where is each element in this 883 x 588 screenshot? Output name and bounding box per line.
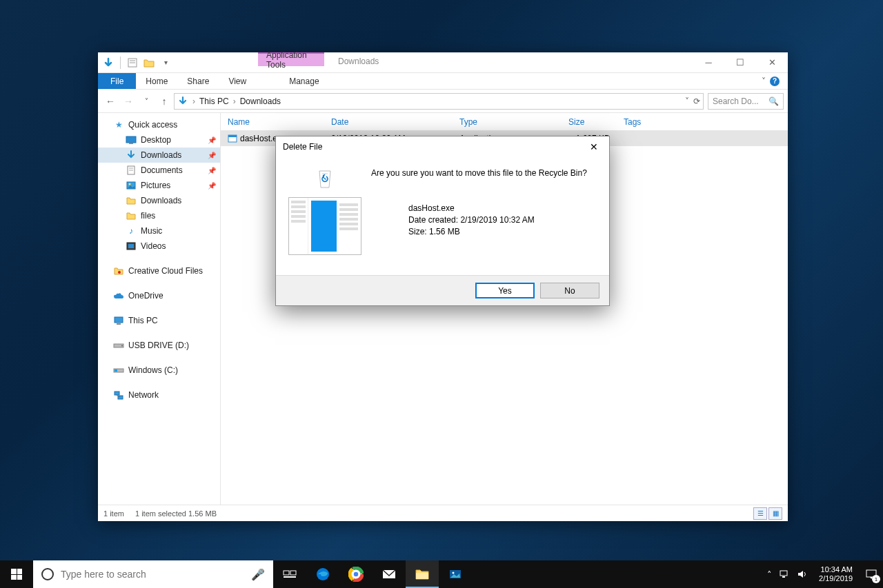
details-view-button[interactable]: ☰ [753, 507, 767, 520]
nav-documents[interactable]: Documents 📌 [98, 163, 220, 178]
edge-icon[interactable] [306, 560, 339, 588]
svg-rect-24 [284, 571, 289, 575]
drive-icon [113, 340, 124, 351]
pin-icon: 📌 [208, 182, 216, 190]
microphone-icon[interactable]: 🎤 [251, 568, 265, 581]
column-name[interactable]: Name [221, 117, 324, 127]
dialog-titlebar: Delete File ✕ [276, 136, 609, 157]
nav-this-pc[interactable]: This PC [98, 313, 220, 328]
clock[interactable]: 10:34 AM 2/19/2019 [815, 565, 857, 583]
search-input[interactable]: Search Do... 🔍 [708, 93, 784, 110]
no-button[interactable]: No [540, 283, 599, 298]
forward-button[interactable]: → [120, 93, 137, 110]
column-size[interactable]: Size [562, 117, 617, 127]
column-date[interactable]: Date [324, 117, 453, 127]
pictures-icon [126, 180, 137, 191]
svg-rect-2 [130, 62, 135, 63]
video-icon [126, 241, 137, 252]
download-arrow-icon [126, 150, 137, 161]
tab-manage[interactable]: Manage [275, 73, 333, 89]
nav-music[interactable]: ♪ Music [98, 223, 220, 239]
help-icon[interactable]: ? [770, 77, 780, 86]
tray-time: 10:34 AM [819, 565, 853, 574]
breadcrumb-downloads[interactable]: Downloads [240, 97, 281, 106]
svg-rect-3 [126, 136, 136, 143]
column-headers: ˆ Name Date Type Size Tags [221, 113, 788, 131]
nav-downloads-folder[interactable]: Downloads [98, 193, 220, 208]
minimize-button[interactable]: ─ [693, 52, 724, 72]
chrome-icon[interactable] [339, 560, 373, 588]
nav-pictures[interactable]: Pictures 📌 [98, 178, 220, 193]
breadcrumb-this-pc[interactable]: This PC [199, 97, 229, 106]
mail-icon[interactable] [373, 560, 406, 588]
taskbar-apps [273, 560, 472, 588]
computer-icon [113, 315, 124, 326]
photos-icon[interactable] [439, 560, 472, 588]
notification-badge: 1 [872, 575, 880, 583]
start-button[interactable] [0, 560, 33, 588]
tab-view[interactable]: View [219, 73, 256, 89]
cortana-icon [41, 568, 54, 580]
yes-button[interactable]: Yes [475, 283, 535, 298]
application-icon [228, 134, 237, 143]
nav-network[interactable]: Network [98, 387, 220, 403]
chevron-right-icon: › [192, 97, 195, 106]
recent-locations-button[interactable]: ˅ [138, 93, 155, 110]
status-bar: 1 item 1 item selected 1.56 MB ☰ ▦ [98, 505, 788, 521]
chevron-down-icon: ˅ [762, 77, 766, 86]
contextual-tab-application-tools[interactable]: Application Tools [258, 52, 324, 66]
customize-qat-icon[interactable]: ▾ [158, 55, 173, 70]
svg-rect-18 [115, 369, 117, 372]
nav-creative-cloud[interactable]: Creative Cloud Files [98, 263, 220, 278]
up-button[interactable]: ↑ [156, 93, 172, 110]
back-button[interactable]: ← [102, 93, 119, 110]
breadcrumb[interactable]: › This PC › Downloads ˅ ⟳ [174, 93, 704, 110]
window-controls: ─ ☐ ✕ [693, 52, 788, 72]
search-placeholder: Search Do... [713, 97, 759, 106]
nav-usb-drive[interactable]: USB DRIVE (D:) [98, 338, 220, 353]
nav-videos[interactable]: Videos [98, 239, 220, 254]
nav-quick-access[interactable]: ★ Quick access [98, 117, 220, 132]
tray-overflow-icon[interactable]: ˄ [767, 569, 772, 580]
nav-onedrive[interactable]: OneDrive [98, 288, 220, 303]
nav-files-folder[interactable]: files [98, 208, 220, 223]
ribbon-collapse[interactable]: ˅? [762, 73, 782, 89]
new-folder-icon[interactable] [141, 55, 157, 70]
refresh-icon[interactable]: ⟳ [693, 97, 700, 106]
dialog-file-name: dasHost.exe [408, 203, 595, 214]
nav-windows-c[interactable]: Windows (C:) [98, 363, 220, 378]
close-button[interactable]: ✕ [756, 52, 788, 72]
taskbar-search[interactable]: 🎤 [33, 560, 273, 588]
nav-downloads[interactable]: Downloads 📌 [98, 148, 220, 163]
download-arrow-icon [177, 96, 188, 107]
svg-rect-19 [115, 392, 119, 395]
network-tray-icon[interactable] [779, 569, 790, 579]
svg-rect-11 [128, 244, 134, 248]
delete-file-dialog: Delete File ✕ Are you sure you want to m… [275, 136, 610, 306]
tab-home[interactable]: Home [136, 73, 177, 89]
action-center-icon[interactable]: 1 [864, 567, 879, 582]
properties-icon[interactable] [125, 55, 140, 70]
down-arrow-icon[interactable] [101, 55, 116, 70]
taskbar-search-input[interactable] [61, 569, 244, 580]
chevron-right-icon: › [233, 97, 236, 106]
dialog-file-size: Size: 1.56 MB [408, 226, 595, 238]
nav-desktop[interactable]: Desktop 📌 [98, 132, 220, 148]
tab-share[interactable]: Share [177, 73, 219, 89]
column-tags[interactable]: Tags [617, 117, 672, 127]
taskbar: 🎤 ˄ 10:34 AM 2/19/2019 1 [0, 560, 883, 588]
svg-rect-23 [228, 135, 237, 137]
task-view-button[interactable] [273, 560, 306, 588]
file-explorer-icon[interactable] [406, 560, 439, 588]
document-icon [126, 165, 137, 176]
address-dropdown-icon[interactable]: ˅ [685, 97, 689, 106]
column-type[interactable]: Type [453, 117, 562, 127]
tab-file[interactable]: File [98, 73, 136, 89]
dialog-close-button[interactable]: ✕ [586, 141, 602, 152]
thumbnails-view-button[interactable]: ▦ [768, 507, 782, 520]
maximize-button[interactable]: ☐ [724, 52, 756, 72]
network-icon [113, 389, 124, 401]
volume-icon[interactable] [797, 569, 808, 579]
svg-rect-1 [130, 60, 135, 61]
svg-rect-14 [117, 323, 121, 325]
